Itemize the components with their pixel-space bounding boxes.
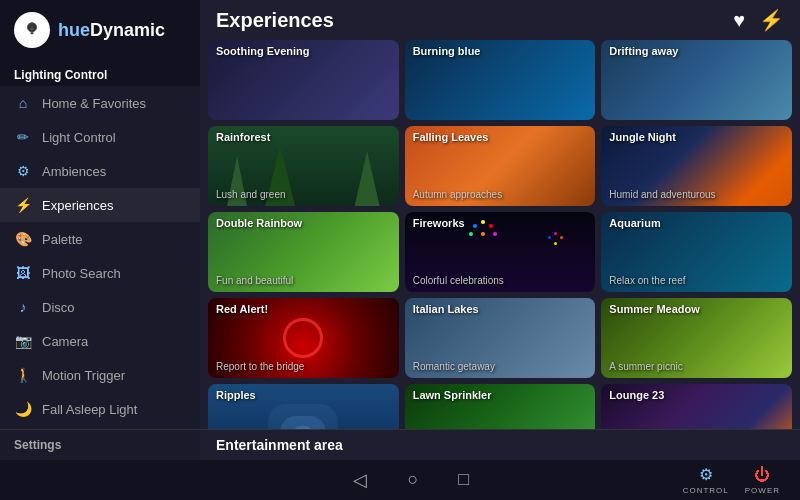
power-label: POWER [745,486,780,495]
bottom-nav: ◁ ○ □ [140,469,683,491]
card-label-falling-leaves: Falling Leaves [413,131,489,143]
card-label-summer-meadow: Summer Meadow [609,303,699,315]
control-icon: ⚙ [699,465,713,484]
sidebar-item-camera[interactable]: 📷 Camera [0,324,200,358]
sidebar-item-fall-asleep[interactable]: 🌙 Fall Asleep Light [0,392,200,426]
nav-label-home: Home & Favorites [42,96,146,111]
card-label-jungle-night: Jungle Night [609,131,676,143]
sidebar-item-home[interactable]: ⌂ Home & Favorites [0,86,200,120]
settings-label: Settings [14,438,186,452]
control-button[interactable]: ⚙ CONTROL [683,465,729,495]
main-header: Experiences ♥ ⚡ [200,0,800,40]
nav-icon-experiences: ⚡ [14,196,32,214]
sidebar-item-experiences[interactable]: ⚡ Experiences [0,188,200,222]
card-summer-meadow[interactable]: Summer Meadow A summer picnic [601,298,792,378]
card-sublabel-aquarium: Relax on the reef [609,275,685,286]
nav-icon-photo-search: 🖼 [14,264,32,282]
page-title: Experiences [216,9,334,32]
logo-text: hueDynamic [58,20,165,41]
header-icons: ♥ ⚡ [733,8,784,32]
card-label-italian-lakes: Italian Lakes [413,303,479,315]
svg-rect-2 [31,33,34,34]
sidebar-item-palette[interactable]: 🎨 Palette [0,222,200,256]
nav-label-light-control: Light Control [42,130,116,145]
card-soothing-evening[interactable]: Soothing Evening [208,40,399,120]
sidebar-item-motion-trigger[interactable]: 🚶 Motion Trigger [0,358,200,392]
nav-icon-disco: ♪ [14,298,32,316]
card-ripples[interactable]: Ripples Water reflections [208,384,399,429]
card-label-ripples: Ripples [216,389,256,401]
nav-label-photo-search: Photo Search [42,266,121,281]
app-logo: hueDynamic [0,0,200,60]
bottom-bar: ◁ ○ □ ⚙ CONTROL ⏻ POWER [0,460,800,500]
card-sublabel-jungle-night: Humid and adventurous [609,189,715,200]
power-icon: ⏻ [754,466,770,484]
home-button[interactable]: ○ [407,469,418,491]
logo-icon [14,12,50,48]
sidebar-item-disco[interactable]: ♪ Disco [0,290,200,324]
card-italian-lakes[interactable]: Italian Lakes Romantic getaway [405,298,596,378]
card-sublabel-italian-lakes: Romantic getaway [413,361,495,372]
card-red-alert[interactable]: Red Alert! Report to the bridge [208,298,399,378]
card-label-drifting-away: Drifting away [609,45,678,57]
card-label-rainforest: Rainforest [216,131,270,143]
sidebar-nav: ⌂ Home & Favorites ✏ Light Control ⚙ Amb… [0,86,200,429]
card-sublabel-summer-meadow: A summer picnic [609,361,682,372]
card-sublabel-red-alert: Report to the bridge [216,361,304,372]
card-sublabel-rainforest: Lush and green [216,189,286,200]
nav-icon-home: ⌂ [14,94,32,112]
back-button[interactable]: ◁ [353,469,367,491]
nav-label-experiences: Experiences [42,198,114,213]
nav-label-disco: Disco [42,300,75,315]
nav-icon-ambiences: ⚙ [14,162,32,180]
card-jungle-night[interactable]: Jungle Night Humid and adventurous [601,126,792,206]
power-button[interactable]: ⏻ POWER [745,466,780,495]
card-double-rainbow[interactable]: Double Rainbow Fun and beautiful [208,212,399,292]
sidebar-item-light-control[interactable]: ✏ Light Control [0,120,200,154]
nav-label-motion-trigger: Motion Trigger [42,368,125,383]
card-label-double-rainbow: Double Rainbow [216,217,302,229]
card-label-fireworks: Fireworks [413,217,465,229]
nav-label-fall-asleep: Fall Asleep Light [42,402,137,417]
nav-label-ambiences: Ambiences [42,164,106,179]
nav-label-palette: Palette [42,232,82,247]
sidebar-bottom: Settings [0,429,200,460]
card-aquarium[interactable]: Aquarium Relax on the reef [601,212,792,292]
sidebar-item-photo-search[interactable]: 🖼 Photo Search [0,256,200,290]
sidebar: hueDynamic Lighting Control ⌂ Home & Fav… [0,0,200,460]
card-rainforest[interactable]: Rainforest Lush and green [208,126,399,206]
card-lawn-sprinkler[interactable]: Lawn Sprinkler Refreshing [405,384,596,429]
card-fireworks[interactable]: Fireworks Colorful celebrations [405,212,596,292]
card-label-soothing-evening: Soothing Evening [216,45,310,57]
nav-icon-camera: 📷 [14,332,32,350]
card-sublabel-double-rainbow: Fun and beautiful [216,275,293,286]
main-content: Experiences ♥ ⚡ Soothing Evening Burning… [200,0,800,460]
card-label-lawn-sprinkler: Lawn Sprinkler [413,389,492,401]
card-lounge-23[interactable]: Lounge 23 Get the funk on [601,384,792,429]
flash-icon[interactable]: ⚡ [759,8,784,32]
entertainment-bar: Entertainment area [200,429,800,460]
control-label: CONTROL [683,486,729,495]
svg-rect-1 [30,31,34,33]
card-sublabel-falling-leaves: Autumn approaches [413,189,503,200]
overview-button[interactable]: □ [458,469,469,491]
card-label-lounge-23: Lounge 23 [609,389,664,401]
nav-label-camera: Camera [42,334,88,349]
card-label-aquarium: Aquarium [609,217,660,229]
experiences-grid: Soothing Evening Burning blue Drifting a… [200,40,800,429]
nav-icon-palette: 🎨 [14,230,32,248]
nav-icon-motion-trigger: 🚶 [14,366,32,384]
card-sublabel-fireworks: Colorful celebrations [413,275,504,286]
nav-icon-light-control: ✏ [14,128,32,146]
card-label-red-alert: Red Alert! [216,303,268,315]
sidebar-item-ambiences[interactable]: ⚙ Ambiences [0,154,200,188]
bottom-controls: ⚙ CONTROL ⏻ POWER [683,465,780,495]
favorite-icon[interactable]: ♥ [733,9,745,32]
card-burning-blue[interactable]: Burning blue [405,40,596,120]
card-drifting-away[interactable]: Drifting away [601,40,792,120]
entertainment-label: Entertainment area [216,437,343,453]
card-label-burning-blue: Burning blue [413,45,481,57]
card-falling-leaves[interactable]: Falling Leaves Autumn approaches [405,126,596,206]
sidebar-section-title: Lighting Control [0,60,200,86]
nav-icon-fall-asleep: 🌙 [14,400,32,418]
